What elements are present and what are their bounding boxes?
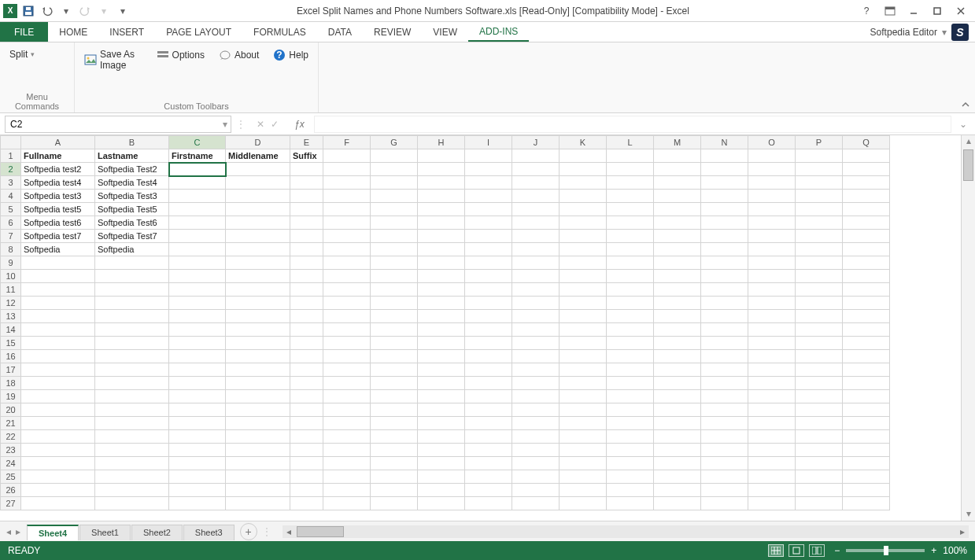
cell-P17[interactable] xyxy=(796,363,843,377)
cell-I18[interactable] xyxy=(465,377,512,390)
cell-M6[interactable] xyxy=(654,216,701,230)
cell-Q16[interactable] xyxy=(843,350,890,363)
new-sheet-button[interactable]: + xyxy=(240,523,257,540)
cell-P14[interactable] xyxy=(796,323,843,337)
cell-L2[interactable] xyxy=(607,163,654,176)
ribbon-display-options[interactable] xyxy=(879,2,901,20)
account-dropdown-icon[interactable]: ▾ xyxy=(942,27,947,38)
cell-M1[interactable] xyxy=(654,149,701,163)
cell-I24[interactable] xyxy=(465,457,512,470)
cell-P23[interactable] xyxy=(796,444,843,457)
cell-G7[interactable] xyxy=(371,230,418,243)
cell-C25[interactable] xyxy=(169,470,226,484)
cell-L25[interactable] xyxy=(607,470,654,484)
cell-F20[interactable] xyxy=(323,403,371,417)
cell-N22[interactable] xyxy=(701,430,748,444)
cell-J1[interactable] xyxy=(512,149,560,163)
col-header-A[interactable]: A xyxy=(21,136,95,149)
cell-A18[interactable] xyxy=(21,377,95,390)
cell-B12[interactable] xyxy=(95,297,169,310)
cell-H17[interactable] xyxy=(418,363,465,377)
cell-K7[interactable] xyxy=(560,230,607,243)
cell-O19[interactable] xyxy=(748,390,796,403)
cell-J3[interactable] xyxy=(512,176,560,190)
cell-D3[interactable] xyxy=(226,176,290,190)
cell-H24[interactable] xyxy=(418,457,465,470)
cell-D17[interactable] xyxy=(226,363,290,377)
cell-H4[interactable] xyxy=(418,190,465,203)
cell-O3[interactable] xyxy=(748,176,796,190)
cell-L21[interactable] xyxy=(607,417,654,430)
save-button[interactable] xyxy=(20,3,36,19)
cell-F9[interactable] xyxy=(323,256,371,270)
cell-O25[interactable] xyxy=(748,470,796,484)
cell-J27[interactable] xyxy=(512,497,560,510)
row-header-10[interactable]: 10 xyxy=(1,270,21,283)
cell-L14[interactable] xyxy=(607,323,654,337)
cell-F12[interactable] xyxy=(323,297,371,310)
cell-B3[interactable]: Softpedia Test4 xyxy=(95,176,169,190)
cell-J11[interactable] xyxy=(512,283,560,297)
cell-L26[interactable] xyxy=(607,484,654,497)
cell-C9[interactable] xyxy=(169,256,226,270)
cell-K6[interactable] xyxy=(560,216,607,230)
cell-K17[interactable] xyxy=(560,363,607,377)
cell-I21[interactable] xyxy=(465,417,512,430)
cell-D22[interactable] xyxy=(226,430,290,444)
cell-P19[interactable] xyxy=(796,390,843,403)
cell-H26[interactable] xyxy=(418,484,465,497)
cell-I3[interactable] xyxy=(465,176,512,190)
cell-C4[interactable] xyxy=(169,190,226,203)
maximize-button[interactable] xyxy=(926,2,948,20)
cell-M8[interactable] xyxy=(654,243,701,256)
cell-A7[interactable]: Softpedia test7 xyxy=(21,230,95,243)
cell-N12[interactable] xyxy=(701,297,748,310)
file-tab[interactable]: FILE xyxy=(0,22,48,42)
cell-K14[interactable] xyxy=(560,323,607,337)
cell-I12[interactable] xyxy=(465,297,512,310)
cell-O26[interactable] xyxy=(748,484,796,497)
cell-A26[interactable] xyxy=(21,484,95,497)
cell-B6[interactable]: Softpedia Test6 xyxy=(95,216,169,230)
cell-A13[interactable] xyxy=(21,310,95,323)
cell-K23[interactable] xyxy=(560,444,607,457)
cell-M3[interactable] xyxy=(654,176,701,190)
cell-J14[interactable] xyxy=(512,323,560,337)
cell-I17[interactable] xyxy=(465,363,512,377)
cell-L9[interactable] xyxy=(607,256,654,270)
cell-E27[interactable] xyxy=(290,497,323,510)
cell-P24[interactable] xyxy=(796,457,843,470)
cell-N27[interactable] xyxy=(701,497,748,510)
col-header-C[interactable]: C xyxy=(169,136,226,149)
cell-C12[interactable] xyxy=(169,297,226,310)
cell-J19[interactable] xyxy=(512,390,560,403)
cell-D5[interactable] xyxy=(226,203,290,216)
cell-P9[interactable] xyxy=(796,256,843,270)
cell-N19[interactable] xyxy=(701,390,748,403)
undo-dropdown[interactable]: ▾ xyxy=(58,3,74,19)
cell-J7[interactable] xyxy=(512,230,560,243)
cell-H10[interactable] xyxy=(418,270,465,283)
cell-A9[interactable] xyxy=(21,256,95,270)
cell-K3[interactable] xyxy=(560,176,607,190)
cell-B14[interactable] xyxy=(95,323,169,337)
col-header-B[interactable]: B xyxy=(95,136,169,149)
cell-F13[interactable] xyxy=(323,310,371,323)
col-header-O[interactable]: O xyxy=(748,136,796,149)
cell-J8[interactable] xyxy=(512,243,560,256)
cell-F14[interactable] xyxy=(323,323,371,337)
cell-D15[interactable] xyxy=(226,337,290,350)
cell-M11[interactable] xyxy=(654,283,701,297)
cell-L8[interactable] xyxy=(607,243,654,256)
col-header-P[interactable]: P xyxy=(796,136,843,149)
account-name[interactable]: Softpedia Editor xyxy=(870,27,937,38)
cell-N14[interactable] xyxy=(701,323,748,337)
cell-M7[interactable] xyxy=(654,230,701,243)
cell-Q20[interactable] xyxy=(843,403,890,417)
cell-E11[interactable] xyxy=(290,283,323,297)
help-button-ribbon[interactable]: ? Help xyxy=(270,47,312,63)
cell-H15[interactable] xyxy=(418,337,465,350)
cell-E7[interactable] xyxy=(290,230,323,243)
cell-A2[interactable]: Softpedia test2 xyxy=(21,163,95,176)
cell-H14[interactable] xyxy=(418,323,465,337)
